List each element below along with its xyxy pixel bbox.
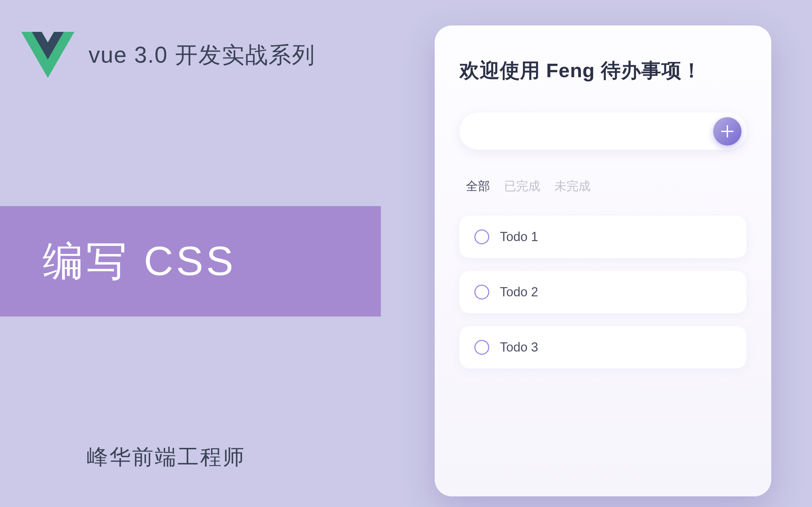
- filter-tabs: 全部 已完成 未完成: [459, 178, 746, 194]
- page-header: vue 3.0 开发实战系列: [21, 32, 315, 78]
- topic-band: 编写 CSS: [0, 206, 381, 317]
- filter-all[interactable]: 全部: [466, 178, 490, 194]
- todo-label: Todo 3: [500, 340, 538, 355]
- todo-label: Todo 2: [500, 285, 538, 300]
- add-todo-button[interactable]: [713, 117, 741, 146]
- topic-title: 编写 CSS: [43, 234, 236, 289]
- todo-item[interactable]: Todo 3: [459, 326, 746, 369]
- todo-label: Todo 1: [500, 229, 538, 244]
- app-title: 欢迎使用 Feng 待办事项！: [459, 57, 746, 84]
- todo-input[interactable]: [474, 124, 713, 138]
- todo-checkbox[interactable]: [474, 340, 489, 355]
- author-name: 峰华前端工程师: [87, 443, 246, 472]
- todo-input-row: [459, 113, 746, 150]
- todo-checkbox[interactable]: [474, 229, 489, 244]
- todo-app-card: 欢迎使用 Feng 待办事项！ 全部 已完成 未完成 Todo 1 Todo 2…: [435, 25, 771, 496]
- filter-undone[interactable]: 未完成: [554, 178, 591, 194]
- series-title: vue 3.0 开发实战系列: [89, 40, 315, 70]
- todo-item[interactable]: Todo 2: [459, 271, 746, 313]
- filter-done[interactable]: 已完成: [504, 178, 540, 194]
- todo-checkbox[interactable]: [474, 285, 489, 300]
- vue-logo-icon: [21, 32, 74, 78]
- todo-list: Todo 1 Todo 2 Todo 3: [459, 216, 746, 369]
- plus-icon: [719, 123, 736, 140]
- todo-item[interactable]: Todo 1: [459, 216, 746, 258]
